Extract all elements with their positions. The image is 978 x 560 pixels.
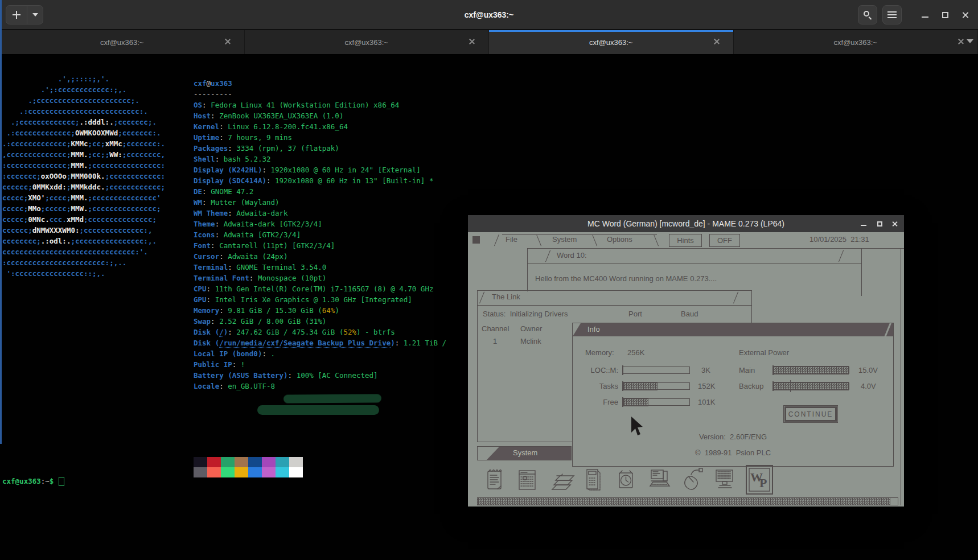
palette-swatch bbox=[276, 467, 289, 477]
scrollbar-thumb[interactable] bbox=[890, 498, 898, 505]
palette-swatch bbox=[235, 467, 248, 477]
folders-icon[interactable] bbox=[549, 466, 575, 494]
palette-swatch bbox=[262, 467, 276, 477]
psion-menu-square[interactable] bbox=[472, 236, 480, 244]
computer-icon[interactable] bbox=[647, 466, 673, 494]
terminal-headerbar: cxf@ux363:~ bbox=[0, 0, 978, 30]
minimize-icon bbox=[922, 17, 928, 18]
maximize-icon bbox=[942, 12, 948, 18]
free-value: 101K bbox=[698, 398, 715, 406]
palette-swatch bbox=[221, 467, 235, 477]
svg-text:P: P bbox=[759, 476, 767, 490]
fedora-ascii-art: .',;::::;,'. .';:cccccccccccc:;,. .;cccc… bbox=[2, 73, 165, 279]
clock-icon[interactable] bbox=[614, 466, 638, 494]
loc-m-bar bbox=[623, 367, 690, 374]
tab-close-icon[interactable] bbox=[468, 38, 476, 46]
psion-bottom-scrollbar[interactable] bbox=[477, 497, 898, 505]
redaction-public-ip bbox=[257, 405, 379, 415]
hamburger-icon bbox=[887, 11, 897, 18]
main-power-label: Main bbox=[739, 366, 767, 374]
prompt-user-host: cxf@ux363 bbox=[2, 476, 41, 487]
psion-menu-system[interactable]: System bbox=[552, 235, 577, 244]
psion-word-title: Word 10: bbox=[557, 251, 587, 260]
backup-power-bar bbox=[773, 382, 849, 390]
psion-link-row-owner: Mclink bbox=[520, 337, 541, 345]
palette-swatch bbox=[276, 457, 289, 467]
palette-swatch bbox=[262, 457, 276, 467]
backup-power-value: 4.0V bbox=[861, 382, 876, 390]
tab-close-icon[interactable] bbox=[224, 38, 232, 46]
minimize-button[interactable] bbox=[918, 7, 932, 22]
tasks-label: Tasks bbox=[573, 382, 618, 390]
tab-label: cxf@ux363:~ bbox=[100, 38, 143, 47]
free-label: Free bbox=[573, 398, 618, 406]
tab-label: cxf@ux363:~ bbox=[589, 38, 632, 47]
psion-link-status: Status: Initializing Drivers bbox=[483, 310, 568, 318]
main-power-bar bbox=[773, 367, 849, 374]
memory-label: Memory: bbox=[585, 348, 614, 357]
close-icon bbox=[961, 11, 969, 19]
psion-menu-options[interactable]: Options bbox=[607, 235, 632, 244]
palette-swatch bbox=[248, 467, 262, 477]
psion-datetime: 10/01/2025 21:31 bbox=[809, 235, 869, 244]
tab-label: cxf@ux363:~ bbox=[834, 38, 877, 47]
mame-emulated-screen: File System Options Hints OFF 10/01/2025… bbox=[468, 232, 904, 507]
tab-overflow-chevron-icon[interactable] bbox=[967, 39, 973, 43]
psion-info-title: Info bbox=[587, 325, 600, 333]
calendar-icon[interactable] bbox=[516, 466, 540, 494]
word-processor-icon[interactable]: WP bbox=[745, 464, 775, 495]
palette-swatch bbox=[235, 457, 248, 467]
fastfetch-output: cxf@ux363---------OS: Fedora Linux 41 (W… bbox=[194, 78, 446, 392]
psion-link-row-channel: 1 bbox=[493, 337, 497, 345]
free-bar bbox=[623, 398, 690, 406]
psion-link-title: The Link bbox=[492, 293, 520, 301]
shell-prompt: cxf@ux363:~$ bbox=[2, 476, 64, 487]
mame-close-button[interactable] bbox=[887, 215, 902, 232]
mame-titlebar[interactable]: MC Word (German) [mcword_de] - MAME 0.27… bbox=[468, 215, 904, 232]
tab-bar: cxf@ux363:~cxf@ux363:~cxf@ux363:~cxf@ux3… bbox=[0, 30, 978, 55]
external-power-label: External Power bbox=[739, 348, 789, 357]
terminal-tab-4[interactable]: cxf@ux363:~ bbox=[734, 30, 978, 54]
mouse-icon[interactable] bbox=[680, 466, 706, 494]
psion-screen-right-border bbox=[901, 248, 901, 505]
tab-label: cxf@ux363:~ bbox=[345, 38, 388, 47]
desktop: cxf@ux363:~ cxf@ux363:~cxf@ux363:~cxf@ux… bbox=[0, 0, 978, 560]
continue-button[interactable]: CONTINUE bbox=[784, 406, 837, 422]
psion-system-tab[interactable]: System bbox=[477, 446, 572, 460]
minimize-icon bbox=[861, 225, 866, 226]
palette-swatch bbox=[289, 467, 303, 477]
memory-value: 256K bbox=[627, 348, 644, 357]
psion-info-dialog: Info Memory: 256K External Power LOC::M:… bbox=[572, 323, 894, 467]
loc-m-label: LOC::M: bbox=[573, 366, 618, 374]
palette-swatch bbox=[194, 467, 207, 477]
tab-close-icon[interactable] bbox=[713, 38, 721, 46]
main-power-value: 15.0V bbox=[858, 366, 878, 374]
palette-swatch bbox=[207, 457, 221, 467]
palette-swatch bbox=[194, 457, 207, 467]
terminal-tab-3[interactable]: cxf@ux363:~ bbox=[489, 30, 734, 54]
psion-hints-button[interactable]: Hints bbox=[669, 234, 702, 247]
mame-maximize-button[interactable] bbox=[872, 215, 887, 232]
maximize-icon bbox=[877, 221, 882, 227]
calculator-icon[interactable] bbox=[581, 466, 605, 494]
psion-off-button[interactable]: OFF bbox=[709, 234, 740, 247]
mame-window: MC Word (German) [mcword_de] - MAME 0.27… bbox=[468, 215, 904, 507]
psion-link-port-header: Port bbox=[628, 310, 642, 318]
agenda-icon[interactable] bbox=[483, 466, 507, 494]
psion-menu-file[interactable]: File bbox=[506, 235, 517, 244]
close-button[interactable] bbox=[958, 7, 972, 22]
mame-minimize-button[interactable] bbox=[856, 215, 871, 232]
search-icon bbox=[863, 10, 872, 19]
screen-icon[interactable] bbox=[712, 466, 738, 494]
tab-close-icon[interactable] bbox=[957, 38, 965, 46]
backup-power-label: Backup bbox=[739, 382, 767, 390]
menu-button[interactable] bbox=[882, 5, 902, 24]
psion-link-baud-header: Baud bbox=[681, 310, 698, 318]
terminal-tab-1[interactable]: cxf@ux363:~ bbox=[0, 30, 245, 54]
palette-swatch bbox=[248, 457, 262, 467]
terminal-tab-2[interactable]: cxf@ux363:~ bbox=[245, 30, 490, 54]
psion-link-owner-header: Owner bbox=[520, 324, 542, 333]
mame-window-title: MC Word (German) [mcword_de] - MAME 0.27… bbox=[468, 219, 904, 228]
search-button[interactable] bbox=[858, 5, 877, 24]
maximize-button[interactable] bbox=[938, 7, 952, 22]
